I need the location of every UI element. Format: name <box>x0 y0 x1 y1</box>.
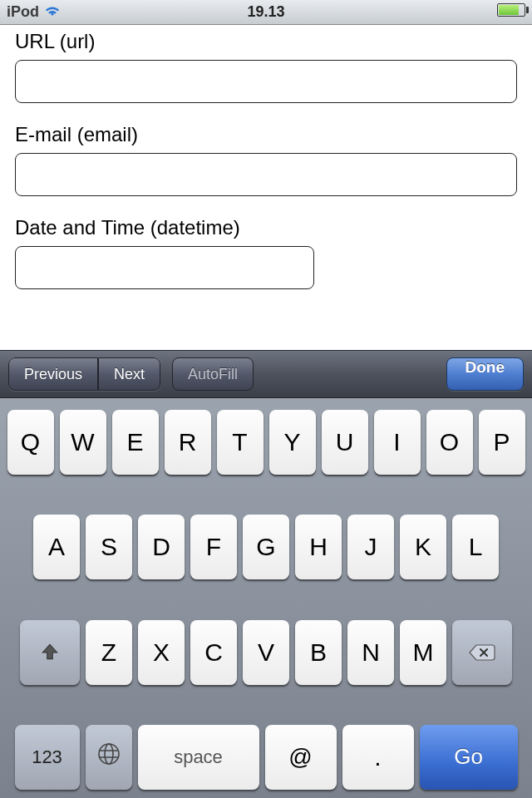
key-k[interactable]: K <box>400 515 446 579</box>
go-key[interactable]: Go <box>420 725 518 790</box>
at-key[interactable]: @ <box>265 725 337 790</box>
key-r[interactable]: R <box>165 410 211 475</box>
key-m[interactable]: M <box>400 620 446 685</box>
wifi-icon <box>44 5 61 20</box>
battery-icon <box>497 3 525 21</box>
form-accessory-bar: Previous Next AutoFill Done <box>0 350 532 398</box>
datetime-input[interactable] <box>15 246 314 289</box>
status-bar: iPod 19.13 <box>0 0 532 25</box>
key-f[interactable]: F <box>190 515 237 579</box>
key-s[interactable]: S <box>86 515 132 579</box>
key-a[interactable]: A <box>33 515 80 579</box>
key-l[interactable]: L <box>452 515 499 579</box>
key-t[interactable]: T <box>217 410 264 475</box>
email-input[interactable] <box>15 153 517 196</box>
autofill-button[interactable]: AutoFill <box>172 357 254 391</box>
key-i[interactable]: I <box>374 410 421 475</box>
key-v[interactable]: V <box>243 620 289 685</box>
keyboard: QWERTYUIOP ASDFGHJKL ZXCVBNM 123 space @… <box>0 398 532 798</box>
key-y[interactable]: Y <box>269 410 316 475</box>
key-b[interactable]: B <box>295 620 342 685</box>
previous-button[interactable]: Previous <box>8 357 98 391</box>
datetime-label: Date and Time (datetime) <box>15 216 517 239</box>
numbers-key[interactable]: 123 <box>15 725 80 790</box>
key-j[interactable]: J <box>347 515 394 579</box>
svg-point-0 <box>99 744 119 764</box>
key-p[interactable]: P <box>479 410 525 475</box>
key-u[interactable]: U <box>322 410 368 475</box>
key-d[interactable]: D <box>138 515 185 579</box>
dot-key[interactable]: . <box>342 725 414 790</box>
url-label: URL (url) <box>15 30 517 53</box>
svg-point-1 <box>105 744 113 764</box>
key-x[interactable]: X <box>138 620 185 685</box>
key-g[interactable]: G <box>243 515 289 579</box>
key-q[interactable]: Q <box>7 410 54 475</box>
backspace-key[interactable] <box>452 620 512 685</box>
globe-key[interactable] <box>86 725 132 790</box>
carrier-label: iPod <box>7 3 39 21</box>
globe-icon <box>96 741 121 772</box>
key-h[interactable]: H <box>295 515 342 579</box>
key-o[interactable]: O <box>426 410 473 475</box>
done-button[interactable]: Done <box>446 357 525 391</box>
clock-label: 19.13 <box>247 3 284 21</box>
key-n[interactable]: N <box>347 620 394 685</box>
email-label: E-mail (email) <box>15 123 517 146</box>
key-c[interactable]: C <box>190 620 237 685</box>
shift-key[interactable] <box>20 620 80 685</box>
space-key[interactable]: space <box>138 725 259 790</box>
key-e[interactable]: E <box>112 410 159 475</box>
key-z[interactable]: Z <box>86 620 132 685</box>
next-button[interactable]: Next <box>98 357 160 391</box>
key-w[interactable]: W <box>60 410 106 475</box>
form-content: URL (url) E-mail (email) Date and Time (… <box>0 25 532 318</box>
url-input[interactable] <box>15 60 517 103</box>
